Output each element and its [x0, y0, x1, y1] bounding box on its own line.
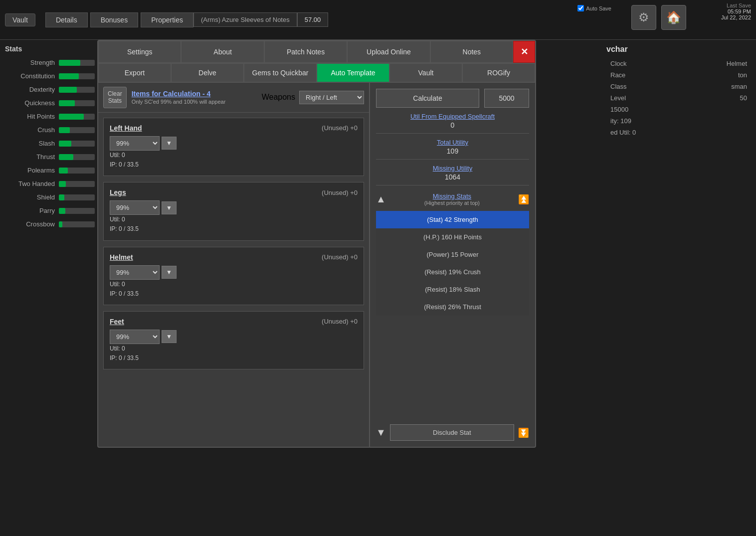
- util-equipped-title: Util From Equipped Spellcraft: [376, 113, 529, 120]
- upload-online-button[interactable]: Upload Online: [347, 41, 430, 63]
- utility-value: ity: 109: [610, 117, 631, 125]
- bonuses-tab[interactable]: Bonuses: [90, 12, 138, 27]
- close-button[interactable]: ✕: [513, 41, 535, 63]
- missing-stats-title-block: Missing Stats (Highest priority at top): [390, 192, 514, 206]
- stat-label: Two Handed: [5, 180, 55, 187]
- stat-label: Strength: [5, 59, 55, 66]
- vault-nav-button[interactable]: Vault: [389, 63, 462, 82]
- stat-bar-bg: [59, 127, 95, 133]
- stat-label: Dexterity: [5, 86, 55, 93]
- item-slot-header-feet: Feet (Unused) +0: [110, 318, 358, 326]
- export-button[interactable]: Export: [98, 63, 171, 82]
- stat-bar-bg: [59, 73, 95, 79]
- nav-row-2: Export Delve Gems to Quickbar Auto Templ…: [98, 63, 535, 83]
- double-arrow-down-icon[interactable]: ⏫: [518, 427, 529, 438]
- dropdown-arrow-feet[interactable]: ▼: [162, 330, 177, 343]
- stat-bar-fill: [59, 168, 68, 174]
- gems-to-quickbar-button[interactable]: Gems to Quickbar: [244, 63, 317, 82]
- home-icon[interactable]: 🏠: [661, 5, 686, 30]
- stat-bar-fill: [59, 221, 62, 227]
- stat-bar-fill: [59, 127, 70, 133]
- details-tab[interactable]: Details: [45, 12, 88, 27]
- top-bar: Vault Details Bonuses Properties (Arms) …: [0, 0, 756, 40]
- missing-stats-header: ▲ Missing Stats (Highest priority at top…: [376, 192, 529, 206]
- item-stats-feet: Util: 0 IP: 0 / 33.5: [110, 344, 358, 363]
- settings-button[interactable]: Settings: [98, 41, 181, 63]
- missing-stat-item-4[interactable]: (Resist) 18% Slash: [376, 281, 529, 298]
- patch-notes-button[interactable]: Patch Notes: [264, 41, 347, 63]
- item-slot-unused-legs: (Unused) +0: [322, 189, 358, 196]
- missing-stat-item-0[interactable]: (Stat) 42 Strength: [376, 211, 529, 228]
- stat-bar-bg: [59, 208, 95, 214]
- calc-value-input[interactable]: [484, 89, 529, 108]
- stat-label: Shield: [5, 193, 55, 201]
- missing-stat-item-3[interactable]: (Resist) 19% Crush: [376, 263, 529, 281]
- auto-save-checkbox-area[interactable]: Auto Save: [577, 5, 611, 11]
- missing-stat-item-2[interactable]: (Power) 15 Power: [376, 246, 529, 263]
- stat-row-thrust: Thrust: [0, 150, 100, 164]
- stat-label: Crossbow: [5, 220, 55, 228]
- dropdown-arrow-helmet[interactable]: ▼: [162, 266, 177, 279]
- rogify-button[interactable]: ROGify: [462, 63, 535, 82]
- auto-template-button[interactable]: Auto Template: [317, 63, 389, 82]
- last-save-info: Last Save 05:59 PM Jul 22, 2022: [721, 2, 751, 20]
- stat-bar-bg: [59, 154, 95, 160]
- stat-label: Parry: [5, 207, 55, 214]
- auto-save-checkbox[interactable]: [577, 5, 584, 11]
- stat-row-slash: Slash: [0, 137, 100, 150]
- items-title: Items for Calculation - 4: [132, 90, 226, 98]
- item-util-helmet: Util: 0: [110, 280, 358, 289]
- item-name-bar: (Arms) Azure Sleeves of Notes: [193, 12, 297, 27]
- main-modal: Settings About Patch Notes Upload Online…: [97, 40, 536, 448]
- stat-bar-fill: [59, 154, 73, 160]
- arrow-down-icon[interactable]: ▼: [376, 427, 386, 438]
- left-stats-panel: Stats Strength Constitution Dexterity Qu…: [0, 40, 100, 236]
- stat-label: Constitution: [5, 72, 55, 80]
- stat-bar-bg: [59, 60, 95, 66]
- disclude-stat-button[interactable]: Disclude Stat: [390, 424, 514, 441]
- item-slot-dropdown-left-hand: 99% 100% ▼: [110, 136, 358, 151]
- double-arrow-up-icon[interactable]: ⏫: [518, 194, 529, 205]
- item-dropdown-feet[interactable]: 99% 100%: [110, 330, 160, 344]
- calc-panel: Calculate Util From Equipped Spellcraft …: [370, 83, 535, 447]
- arrow-up-icon[interactable]: ▲: [376, 193, 386, 205]
- notes-button[interactable]: Notes: [430, 41, 513, 63]
- stat-row-dexterity: Dexterity: [0, 83, 100, 96]
- dropdown-arrow-legs[interactable]: ▼: [162, 201, 177, 214]
- properties-tab[interactable]: Properties: [141, 12, 193, 27]
- last-save-label: Last Save: [727, 2, 751, 8]
- missing-utility-value: 1064: [376, 173, 529, 181]
- stat-bar-bg: [59, 168, 95, 174]
- item-dropdown-left-hand[interactable]: 99% 100%: [110, 136, 160, 151]
- total-utility-value: 109: [376, 147, 529, 155]
- stat-bar-bg: [59, 181, 95, 187]
- delve-button[interactable]: Delve: [171, 63, 244, 82]
- stat-bar-bg: [59, 100, 95, 106]
- calculate-button[interactable]: Calculate: [376, 89, 479, 108]
- missing-stat-item-5[interactable]: (Resist) 26% Thrust: [376, 298, 529, 316]
- weapons-label: Weapons: [262, 93, 295, 102]
- stat-bar-fill: [59, 100, 75, 106]
- char-name: vchar: [606, 45, 751, 54]
- settings-icon[interactable]: ⚙: [631, 5, 656, 30]
- item-dropdown-helmet[interactable]: 99% 100%: [110, 265, 160, 280]
- stat-row-crossbow: Crossbow: [0, 217, 100, 231]
- items-title-block: Items for Calculation - 4 Only SC'ed 99%…: [132, 90, 226, 105]
- items-scroll[interactable]: Left Hand (Unused) +0 99% 100% ▼ Util: 0…: [98, 113, 369, 447]
- clock-label: Clock: [610, 60, 627, 67]
- weapons-select[interactable]: Right / LeftRight OnlyLeft OnlyTwo Hande…: [299, 91, 364, 104]
- stat-bar-fill: [59, 194, 64, 200]
- item-slot-name-feet: Feet: [110, 318, 124, 326]
- items-panel: Clear Stats Items for Calculation - 4 On…: [98, 83, 370, 447]
- vault-button[interactable]: Vault: [5, 13, 35, 26]
- item-slot-dropdown-feet: 99% 100% ▼: [110, 330, 358, 344]
- item-dropdown-legs[interactable]: 99% 100%: [110, 200, 160, 215]
- stat-bar-fill: [59, 208, 65, 214]
- clear-stats-button[interactable]: Clear Stats: [103, 87, 127, 108]
- missing-stat-item-1[interactable]: (H.P.) 160 Hit Points: [376, 228, 529, 246]
- stat-bar-fill: [59, 87, 77, 93]
- stat-row-two-handed: Two Handed: [0, 177, 100, 190]
- calc-top: Calculate: [376, 89, 529, 108]
- dropdown-arrow-left-hand[interactable]: ▼: [162, 137, 177, 150]
- about-button[interactable]: About: [181, 41, 264, 63]
